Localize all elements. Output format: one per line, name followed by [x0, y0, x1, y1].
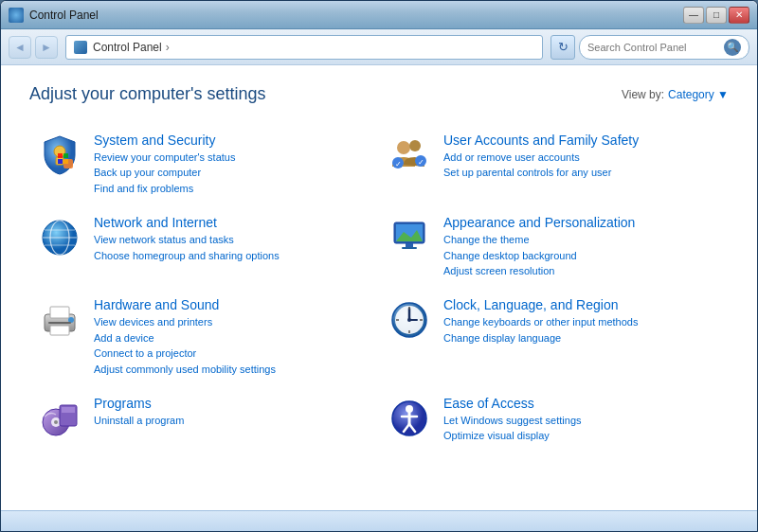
parental-controls-link[interactable]: Set up parental controls for any user	[443, 166, 721, 180]
connect-projector-link[interactable]: Connect to a projector	[94, 346, 371, 361]
system-security-text: System and Security Review your computer…	[94, 133, 371, 196]
clock-text: Clock, Language, and Region Change keybo…	[443, 297, 721, 346]
category-ease-access: Ease of Access Let Windows suggest setti…	[379, 386, 729, 453]
view-devices-link[interactable]: View devices and printers	[94, 315, 371, 329]
close-button[interactable]: ✕	[729, 7, 749, 24]
hardware-sound-links: View devices and printers Add a device C…	[94, 315, 371, 377]
view-by-label: View by:	[622, 88, 664, 101]
user-accounts-links: Add or remove user accounts Set up paren…	[443, 151, 721, 181]
page-header: Adjust your computer's settings View by:…	[29, 84, 729, 104]
search-button[interactable]: 🔍	[724, 39, 741, 56]
window-title: Control Panel	[29, 9, 99, 22]
svg-rect-25	[50, 307, 69, 318]
svg-rect-23	[402, 247, 417, 249]
adjust-resolution-link[interactable]: Adjust screen resolution	[443, 264, 721, 278]
svg-point-8	[409, 140, 421, 151]
system-security-links: Review your computer's status Back up yo…	[94, 151, 371, 196]
svg-text:✓: ✓	[418, 158, 424, 167]
appearance-links: Change the theme Change desktop backgrou…	[443, 233, 721, 278]
mobility-settings-link[interactable]: Adjust commonly used mobility settings	[94, 363, 371, 377]
svg-rect-42	[62, 407, 75, 413]
programs-title[interactable]: Programs	[94, 396, 371, 411]
forward-button[interactable]: ►	[35, 36, 58, 59]
network-internet-title[interactable]: Network and Internet	[94, 215, 371, 230]
appearance-title[interactable]: Appearance and Personalization	[443, 215, 721, 230]
change-theme-link[interactable]: Change the theme	[443, 233, 721, 247]
uninstall-link[interactable]: Uninstall a program	[94, 414, 371, 428]
maximize-button[interactable]: □	[706, 7, 727, 24]
add-device-link[interactable]: Add a device	[94, 331, 371, 346]
title-bar: Control Panel — □ ✕	[1, 1, 757, 29]
svg-rect-26	[50, 326, 69, 335]
search-bar: 🔍	[579, 35, 749, 60]
category-appearance: Appearance and Personalization Change th…	[379, 205, 729, 288]
clock-icon	[387, 297, 432, 343]
minimize-button[interactable]: —	[683, 7, 704, 24]
network-internet-links: View network status and tasks Choose hom…	[94, 233, 371, 263]
svg-point-7	[397, 141, 410, 154]
toolbar: ◄ ► Control Panel › ↻ 🔍	[1, 29, 757, 65]
category-clock: Clock, Language, and Region Change keybo…	[379, 288, 729, 386]
programs-text: Programs Uninstall a program	[94, 396, 371, 428]
clock-title[interactable]: Clock, Language, and Region	[443, 297, 721, 312]
user-accounts-title[interactable]: User Accounts and Family Safety	[443, 133, 721, 148]
fix-problems-link[interactable]: Find and fix problems	[94, 182, 371, 196]
ease-access-links: Let Windows suggest settings Optimize vi…	[443, 414, 721, 444]
appearance-icon	[387, 215, 432, 260]
add-remove-accounts-link[interactable]: Add or remove user accounts	[443, 151, 721, 165]
breadcrumb-text: Control Panel	[93, 41, 162, 54]
svg-rect-28	[48, 322, 71, 324]
breadcrumb-arrow: ›	[166, 41, 170, 54]
title-bar-left: Control Panel	[9, 8, 99, 23]
category-user-accounts: ✓ ✓ User Accounts and Family Safety Add …	[379, 123, 729, 205]
clock-links: Change keyboards or other input methods …	[443, 315, 721, 346]
system-security-icon	[37, 133, 82, 178]
homegroup-link[interactable]: Choose homegroup and sharing options	[94, 249, 371, 263]
programs-icon	[37, 396, 82, 441]
search-input[interactable]	[587, 42, 720, 53]
appearance-text: Appearance and Personalization Change th…	[443, 215, 721, 278]
ease-access-title[interactable]: Ease of Access	[443, 396, 721, 411]
page-title: Adjust your computer's settings	[29, 84, 266, 104]
svg-point-33	[407, 318, 411, 322]
hardware-sound-title[interactable]: Hardware and Sound	[94, 297, 371, 312]
review-status-link[interactable]: Review your computer's status	[94, 151, 371, 165]
change-keyboards-link[interactable]: Change keyboards or other input methods	[443, 315, 721, 329]
breadcrumb-icon	[74, 41, 87, 54]
hardware-sound-icon	[37, 297, 82, 343]
programs-links: Uninstall a program	[94, 414, 371, 428]
network-internet-icon	[37, 215, 82, 260]
categories-grid: System and Security Review your computer…	[29, 123, 729, 453]
view-by-dropdown[interactable]: Category ▼	[668, 88, 729, 101]
svg-rect-3	[58, 153, 63, 158]
backup-link[interactable]: Back up your computer	[94, 166, 371, 180]
ease-access-icon	[387, 396, 432, 441]
svg-rect-4	[63, 153, 68, 158]
system-security-title[interactable]: System and Security	[94, 133, 371, 148]
svg-rect-6	[63, 159, 68, 164]
main-window: Control Panel — □ ✕ ◄ ► Control Panel › …	[0, 0, 758, 532]
ease-access-text: Ease of Access Let Windows suggest setti…	[443, 396, 721, 444]
user-accounts-text: User Accounts and Family Safety Add or r…	[443, 133, 721, 181]
back-button[interactable]: ◄	[9, 36, 31, 59]
windows-suggest-link[interactable]: Let Windows suggest settings	[443, 414, 721, 428]
view-by-control: View by: Category ▼	[622, 88, 729, 101]
view-network-status-link[interactable]: View network status and tasks	[94, 233, 371, 247]
category-hardware-sound: Hardware and Sound View devices and prin…	[29, 288, 379, 386]
svg-rect-5	[58, 159, 63, 164]
svg-point-40	[54, 420, 58, 424]
main-content: Adjust your computer's settings View by:…	[1, 65, 757, 510]
breadcrumb-bar: Control Panel ›	[65, 35, 543, 60]
svg-text:✓: ✓	[395, 160, 402, 168]
category-system-security: System and Security Review your computer…	[29, 123, 379, 205]
change-display-language-link[interactable]: Change display language	[443, 331, 721, 346]
refresh-button[interactable]: ↻	[550, 35, 575, 60]
network-internet-text: Network and Internet View network status…	[94, 215, 371, 263]
category-programs: Programs Uninstall a program	[29, 386, 379, 453]
app-icon	[9, 8, 24, 23]
optimize-visual-link[interactable]: Optimize visual display	[443, 429, 721, 443]
status-bar	[1, 510, 757, 531]
svg-rect-22	[406, 243, 413, 247]
category-network-internet: Network and Internet View network status…	[29, 205, 379, 288]
change-background-link[interactable]: Change desktop background	[443, 249, 721, 263]
